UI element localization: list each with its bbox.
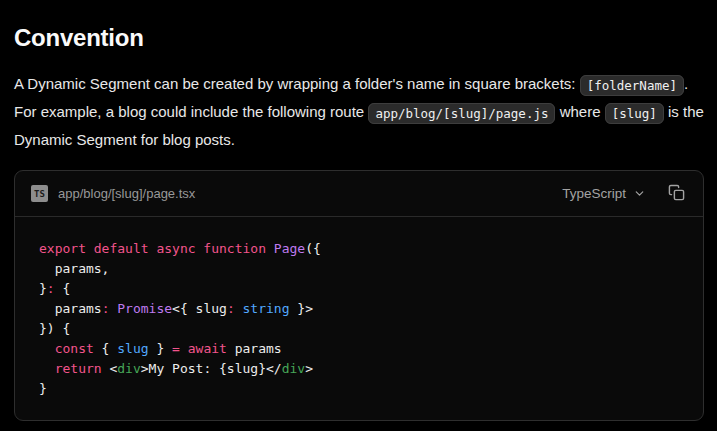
code-token: Promise (117, 301, 172, 316)
copy-code-button[interactable] (666, 182, 687, 206)
language-selector-dropdown[interactable]: TypeScript (562, 186, 646, 201)
code-token: string (243, 301, 290, 316)
code-token (180, 341, 188, 356)
code-content: export default async function Page({ par… (15, 217, 703, 420)
language-selector-label: TypeScript (562, 186, 626, 201)
code-token: params, (39, 261, 109, 276)
inline-code: app/blog/[slug]/page.js (368, 103, 555, 124)
code-line: params: Promise<{ slug: string }> (39, 299, 679, 319)
code-token: } (39, 381, 47, 396)
code-filename: app/blog/[slug]/page.tsx (58, 186, 195, 201)
inline-code: [slug] (605, 103, 664, 124)
code-token: : (227, 301, 235, 316)
docs-content: Convention A Dynamic Segment can be crea… (0, 0, 717, 421)
paragraph-text: where (555, 103, 604, 120)
copy-icon (668, 184, 685, 204)
paragraph-text: A Dynamic Segment can be created by wrap… (14, 75, 580, 92)
code-token: { (94, 341, 117, 356)
code-block: TS app/blog/[slug]/page.tsx TypeScript e… (14, 170, 704, 421)
code-token: = (172, 341, 180, 356)
code-line: } (39, 379, 679, 399)
inline-code: [folderName] (580, 75, 684, 96)
code-token: > (141, 361, 149, 376)
code-line: const { slug } = await params (39, 339, 679, 359)
code-token (266, 241, 274, 256)
code-token: }) { (39, 321, 70, 336)
page-title: Convention (14, 24, 704, 52)
code-token: < (102, 361, 118, 376)
code-line: return <div>My Post: {slug}</div> (39, 359, 679, 379)
code-token: </ (266, 361, 282, 376)
code-line: export default async function Page({ (39, 239, 679, 259)
code-token: slug (117, 341, 148, 356)
code-token: params (227, 341, 282, 356)
code-block-header: TS app/blog/[slug]/page.tsx TypeScript (15, 171, 703, 217)
code-token (39, 361, 55, 376)
chevron-down-icon (633, 187, 646, 200)
code-token: div (117, 361, 140, 376)
code-token: const (55, 341, 94, 356)
code-token: div (282, 361, 305, 376)
code-token: await (188, 341, 227, 356)
code-token: return (55, 361, 102, 376)
code-token: params (39, 301, 102, 316)
code-token: ({ (305, 241, 321, 256)
code-line: params, (39, 259, 679, 279)
code-token: }> (290, 301, 313, 316)
code-line: }: { (39, 279, 679, 299)
code-token (235, 301, 243, 316)
code-token: > (305, 361, 313, 376)
code-token: My Post: {slug} (149, 361, 266, 376)
code-header-actions: TypeScript (562, 182, 687, 206)
code-token: export default async function (39, 241, 266, 256)
code-token: { (55, 281, 71, 296)
code-token: } (39, 281, 47, 296)
typescript-file-icon: TS (31, 185, 48, 202)
code-token: <{ slug (172, 301, 227, 316)
code-token: : (47, 281, 55, 296)
code-token (39, 341, 55, 356)
intro-paragraph: A Dynamic Segment can be created by wrap… (14, 70, 704, 153)
code-token: } (149, 341, 172, 356)
code-token: Page (274, 241, 305, 256)
code-line: }) { (39, 319, 679, 339)
